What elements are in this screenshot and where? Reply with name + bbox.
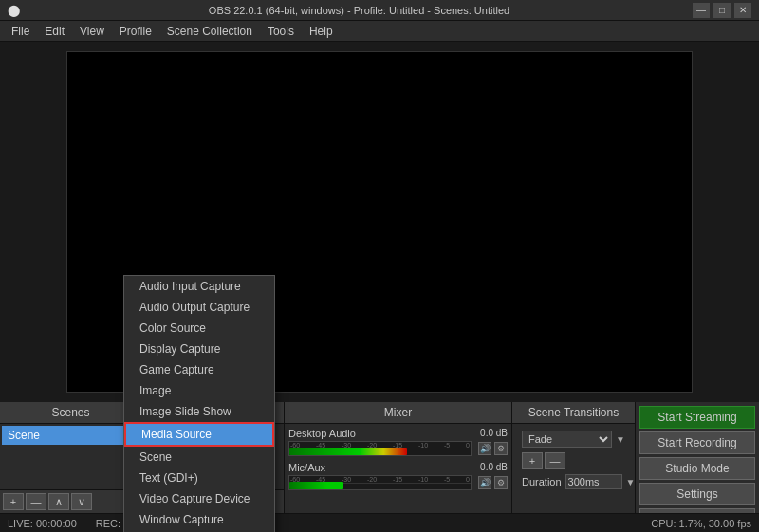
mixer-mic-bar: -60 -45 -30 -20 -15 -10 -5 0	[288, 475, 472, 490]
mixer-desktop-mute[interactable]: 🔊	[478, 442, 491, 455]
titlebar: ⬤ OBS 22.0.1 (64-bit, windows) - Profile…	[0, 0, 759, 21]
transition-select-row: Fade Cut Swipe ▼	[516, 428, 631, 450]
scenes-panel: Scenes Scene + — ∧ ∨	[0, 402, 142, 513]
mixer-desktop-settings[interactable]: ⚙	[494, 442, 508, 455]
mixer-mic-mute[interactable]: 🔊	[478, 476, 491, 489]
scenes-add-button[interactable]: +	[3, 493, 24, 510]
scenes-down-button[interactable]: ∨	[71, 493, 92, 510]
maximize-button[interactable]: □	[713, 3, 731, 18]
duration-label: Duration	[522, 476, 562, 487]
mixer-mic-aux: Mic/Aux 0.0 dB -60 -45 -30 -20 -15 -10 -…	[288, 462, 508, 490]
transitions-header: Scene Transitions	[512, 402, 635, 424]
mixer-mic-settings[interactable]: ⚙	[494, 476, 508, 489]
ctx-color-source[interactable]: Color Source	[124, 318, 274, 339]
mixer-desktop-bar: -60 -45 -30 -20 -15 -10 -5 0	[288, 441, 472, 456]
preview-area	[0, 42, 759, 402]
close-button[interactable]: ✕	[734, 3, 751, 18]
mixer-desktop-label: Desktop Audio	[288, 428, 356, 439]
titlebar-controls: — □ ✕	[693, 3, 751, 18]
transitions-content: Fade Cut Swipe ▼ + — Duration ▼	[512, 424, 635, 513]
menubar: FileEditViewProfileScene CollectionTools…	[0, 21, 759, 42]
ctx-scene[interactable]: Scene	[124, 447, 274, 468]
menu-item-profile[interactable]: Profile	[112, 23, 159, 40]
status-live: LIVE: 00:00:00	[8, 518, 77, 529]
start-streaming-button[interactable]: Start Streaming	[639, 406, 755, 429]
mixer-mic-db: 0.0 dB	[480, 462, 508, 473]
menu-item-scene-collection[interactable]: Scene Collection	[159, 23, 260, 40]
transition-type-select[interactable]: Fade Cut Swipe	[522, 431, 612, 448]
scene-item[interactable]: Scene	[2, 426, 139, 445]
menu-item-tools[interactable]: Tools	[260, 23, 302, 40]
scenes-header: Scenes	[0, 402, 141, 424]
duration-chevron: ▼	[626, 477, 635, 487]
start-recording-button[interactable]: Start Recording	[639, 431, 755, 454]
menu-item-view[interactable]: View	[72, 23, 112, 40]
menu-item-help[interactable]: Help	[302, 23, 341, 40]
duration-row: Duration ▼	[516, 471, 631, 492]
titlebar-title: OBS 22.0.1 (64-bit, windows) - Profile: …	[209, 5, 509, 16]
scenes-up-button[interactable]: ∧	[48, 493, 69, 510]
mixer-desktop-icons: 🔊 ⚙	[478, 442, 508, 455]
controls-panel: Start Streaming Start Recording Studio M…	[636, 402, 759, 513]
ctx-video-capture[interactable]: Video Capture Device	[124, 488, 274, 509]
ctx-image-slide-show[interactable]: Image Slide Show	[124, 401, 274, 422]
scenes-remove-button[interactable]: —	[26, 493, 46, 510]
scenes-controls: + — ∧ ∨	[0, 489, 141, 513]
mixer-mic-icons: 🔊 ⚙	[478, 476, 508, 489]
bottom-panel: Scenes Scene + — ∧ ∨ Sources + — ∧ ∨ Mix…	[0, 402, 759, 513]
statusbar: LIVE: 00:00:00 REC: 00:00:00 CPU: 1.7%, …	[0, 513, 759, 532]
ctx-window-capture[interactable]: Window Capture	[124, 509, 274, 530]
titlebar-icon: ⬤	[8, 4, 20, 17]
mixer-content: Desktop Audio 0.0 dB -60 -45 -30 -20 -15…	[285, 424, 511, 513]
menu-item-edit[interactable]: Edit	[37, 23, 72, 40]
duration-input[interactable]	[565, 474, 622, 489]
mixer-desktop-audio: Desktop Audio 0.0 dB -60 -45 -30 -20 -15…	[288, 428, 508, 456]
transition-chevron: ▼	[616, 434, 625, 445]
ctx-game-capture[interactable]: Game Capture	[124, 359, 274, 380]
ctx-audio-input[interactable]: Audio Input Capture	[124, 276, 274, 297]
transition-add-remove: + —	[516, 450, 631, 471]
menu-item-file[interactable]: File	[4, 23, 37, 40]
mixer-desktop-db: 0.0 dB	[480, 428, 508, 439]
ctx-media-source[interactable]: Media Source	[124, 422, 274, 447]
transitions-panel: Scene Transitions Fade Cut Swipe ▼ + — D…	[512, 402, 636, 513]
settings-button[interactable]: Settings	[639, 483, 755, 505]
mixer-panel: Mixer Desktop Audio 0.0 dB -60 -45 -30 -…	[285, 402, 512, 513]
mixer-header: Mixer	[285, 402, 511, 424]
context-menu: Audio Input Capture Audio Output Capture…	[123, 275, 275, 532]
ctx-audio-output[interactable]: Audio Output Capture	[124, 297, 274, 318]
studio-mode-button[interactable]: Studio Mode	[639, 457, 755, 480]
ctx-text-gdi[interactable]: Text (GDI+)	[124, 468, 274, 488]
mixer-mic-label: Mic/Aux	[288, 462, 325, 473]
status-cpu: CPU: 1.7%, 30.00 fps	[651, 518, 751, 529]
ctx-display-capture[interactable]: Display Capture	[124, 339, 274, 359]
scenes-content: Scene	[0, 424, 141, 489]
ctx-image[interactable]: Image	[124, 380, 274, 401]
transition-remove-button[interactable]: —	[545, 452, 565, 469]
transition-add-button[interactable]: +	[522, 452, 543, 469]
minimize-button[interactable]: —	[693, 3, 710, 18]
